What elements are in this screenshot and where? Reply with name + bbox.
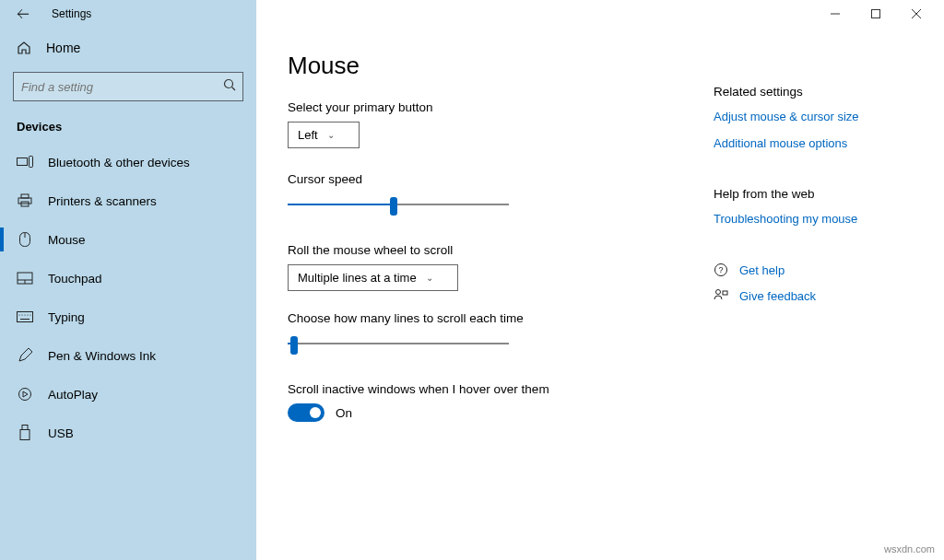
- link-troubleshooting[interactable]: Troubleshooting my mouse: [714, 212, 916, 226]
- svg-rect-7: [30, 157, 33, 168]
- related-heading: Related settings: [714, 85, 916, 99]
- primary-button-value: Left: [298, 128, 318, 142]
- maximize-button[interactable]: [857, 1, 894, 27]
- search-icon: [223, 78, 236, 91]
- help-heading: Help from the web: [714, 187, 916, 201]
- keyboard-icon: [17, 309, 33, 325]
- cursor-speed-slider[interactable]: [288, 193, 509, 216]
- mouse-icon: [17, 231, 33, 248]
- chevron-down-icon: ⌄: [327, 130, 335, 140]
- svg-rect-1: [872, 10, 880, 18]
- printer-icon: [17, 192, 33, 209]
- sidebar-item-typing[interactable]: Typing: [0, 298, 256, 336]
- svg-rect-9: [18, 198, 31, 204]
- home-button[interactable]: Home: [0, 31, 256, 64]
- watermark: wsxdn.com: [884, 543, 935, 554]
- give-feedback-label: Give feedback: [739, 289, 816, 303]
- primary-button-select[interactable]: Left ⌄: [288, 122, 360, 148]
- sidebar-item-label: Bluetooth & other devices: [48, 156, 190, 169]
- sidebar-item-label: Printers & scanners: [48, 194, 157, 208]
- svg-rect-26: [20, 430, 30, 440]
- sidebar-item-label: USB: [48, 426, 74, 440]
- sidebar: Home Devices Bluetooth & other devices P…: [0, 28, 256, 560]
- chevron-down-icon: ⌄: [426, 273, 433, 283]
- sidebar-item-autoplay[interactable]: AutoPlay: [0, 375, 256, 414]
- inactive-toggle[interactable]: [288, 403, 324, 422]
- svg-rect-6: [18, 158, 28, 166]
- right-column: Related settings Adjust mouse & cursor s…: [714, 52, 916, 560]
- sidebar-item-label: Pen & Windows Ink: [48, 349, 156, 363]
- svg-point-21: [27, 314, 28, 315]
- svg-rect-16: [18, 312, 33, 322]
- svg-point-4: [225, 80, 233, 88]
- svg-point-22: [30, 314, 30, 315]
- inactive-label: Scroll inactive windows when I hover ove…: [288, 382, 695, 396]
- svg-text:?: ?: [718, 265, 723, 274]
- wheel-value: Multiple lines at a time: [298, 271, 417, 285]
- sidebar-item-bluetooth[interactable]: Bluetooth & other devices: [0, 143, 256, 181]
- svg-rect-8: [21, 194, 29, 198]
- home-icon: [17, 41, 31, 55]
- get-help-link[interactable]: ? Get help: [714, 262, 916, 277]
- get-help-label: Get help: [739, 263, 785, 277]
- devices-icon: [17, 154, 33, 170]
- svg-marker-24: [23, 391, 28, 397]
- svg-rect-25: [22, 426, 28, 430]
- svg-line-5: [232, 88, 236, 91]
- sidebar-item-label: AutoPlay: [48, 388, 98, 402]
- svg-point-29: [716, 290, 721, 295]
- svg-point-19: [21, 314, 22, 315]
- close-button[interactable]: [898, 1, 935, 27]
- back-button[interactable]: 🡠: [17, 6, 30, 21]
- link-adjust-mouse-size[interactable]: Adjust mouse & cursor size: [714, 110, 916, 123]
- cursor-speed-label: Cursor speed: [288, 172, 695, 186]
- svg-point-20: [24, 314, 25, 315]
- wheel-label: Roll the mouse wheel to scroll: [288, 243, 695, 257]
- autoplay-icon: [17, 386, 33, 402]
- window-title: Settings: [52, 7, 91, 20]
- touchpad-icon: [17, 270, 33, 286]
- search-input[interactable]: [13, 72, 243, 101]
- svg-point-18: [18, 314, 19, 315]
- sidebar-item-label: Touchpad: [48, 272, 102, 286]
- link-additional-mouse-options[interactable]: Additional mouse options: [714, 136, 916, 150]
- svg-rect-30: [723, 291, 727, 295]
- section-label: Devices: [0, 114, 256, 143]
- sidebar-item-touchpad[interactable]: Touchpad: [0, 259, 256, 298]
- give-feedback-link[interactable]: Give feedback: [714, 288, 916, 303]
- minimize-button[interactable]: [817, 1, 854, 27]
- content: Mouse Select your primary button Left ⌄ …: [288, 52, 695, 560]
- titlebar: 🡠 Settings: [0, 0, 944, 28]
- pen-icon: [17, 347, 33, 364]
- sidebar-item-mouse[interactable]: Mouse: [0, 220, 256, 259]
- wheel-select[interactable]: Multiple lines at a time ⌄: [288, 264, 458, 291]
- sidebar-item-label: Mouse: [48, 233, 86, 247]
- sidebar-item-printers[interactable]: Printers & scanners: [0, 181, 256, 220]
- feedback-icon: [714, 288, 728, 303]
- primary-button-label: Select your primary button: [288, 100, 695, 114]
- help-icon: ?: [714, 262, 728, 277]
- svg-point-23: [19, 389, 31, 401]
- lines-slider[interactable]: [288, 332, 509, 355]
- sidebar-item-pen[interactable]: Pen & Windows Ink: [0, 336, 256, 375]
- usb-icon: [17, 425, 33, 441]
- page-title: Mouse: [288, 52, 695, 80]
- home-label: Home: [46, 41, 80, 55]
- lines-label: Choose how many lines to scroll each tim…: [288, 311, 695, 325]
- sidebar-item-label: Typing: [48, 310, 85, 324]
- sidebar-item-usb[interactable]: USB: [0, 414, 256, 452]
- inactive-state: On: [336, 406, 352, 420]
